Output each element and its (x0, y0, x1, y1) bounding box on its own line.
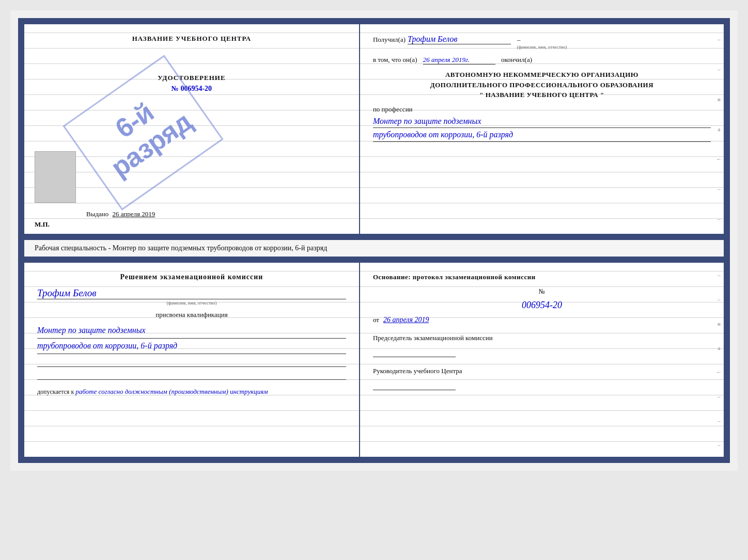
osnovanie-label: Основание: протокол экзаменационной коми… (373, 273, 711, 281)
predsedatel-label: Председатель экзаменационной комиссии (373, 333, 711, 343)
org-block: АВТОНОМНУЮ НЕКОММЕРЧЕСКУЮ ОРГАНИЗАЦИЮ ДО… (373, 70, 711, 100)
cert-bottom-right: Основание: протокол экзаменационной коми… (360, 263, 724, 457)
predsedatel-block: Председатель экзаменационной комиссии (373, 333, 711, 357)
ot-label: от (373, 316, 379, 324)
certificate-bottom: Решением экзаменационной комиссии Трофим… (18, 257, 730, 463)
udost-section: УДОСТОВЕРЕНИЕ № 006954-20 (37, 74, 346, 93)
vydano-line: Выдано 26 апреля 2019 (86, 210, 155, 218)
cert-right: Получил(а) Трофим Белов – (фамилия, имя,… (360, 24, 724, 234)
prisvoena-label: присвоена квалификация (37, 311, 346, 319)
date-value-top: 26 апреля 2019г. (423, 56, 495, 65)
rukovoditel-sign-line (373, 380, 456, 390)
qual-line2: трубопроводов от коррозии, 6-й разряд (37, 339, 346, 354)
org-line2: ДОПОЛНИТЕЛЬНОГО ПРОФЕССИОНАЛЬНОГО ОБРАЗО… (373, 80, 711, 90)
ot-date-block: от 26 апреля 2019 (373, 315, 711, 324)
udost-label: УДОСТОВЕРЕНИЕ (37, 74, 346, 82)
predsedatel-sign-line (373, 347, 456, 357)
qual-line1: Монтер по защите подземных (37, 323, 346, 339)
middle-text: Рабочая специальность - Монтер по защите… (18, 240, 730, 257)
protocol-number-block: № 006954-20 (373, 286, 711, 311)
recipient-name-top: Трофим Белов (408, 35, 511, 44)
org-line1: АВТОНОМНУЮ НЕКОММЕРЧЕСКУЮ ОРГАНИЗАЦИЮ (373, 70, 711, 80)
poluchil-label: Получил(а) (373, 36, 406, 43)
fio-hint-top: (фамилия, имя, отчество) (373, 44, 711, 50)
side-dashes-bottom: ––иа←––– (714, 263, 724, 457)
poluchil-row: Получил(а) Трофим Белов – (фамилия, имя,… (373, 35, 711, 50)
cert-bottom-left: Решением экзаменационной комиссии Трофим… (24, 263, 360, 457)
udost-number-value: 006954-20 (180, 85, 212, 92)
number-prefix: № (539, 287, 545, 295)
org-name-quoted: " НАЗВАНИЕ УЧЕБНОГО ЦЕНТРА " (373, 90, 711, 100)
profession-line1: Монтер по защите подземных (373, 115, 711, 129)
protocol-number: 006954-20 (373, 300, 711, 311)
top-left-title: НАЗВАНИЕ УЧЕБНОГО ЦЕНТРА (37, 35, 346, 43)
dopuskaetsya-block: допускается к работе согласно должностны… (37, 388, 346, 396)
vtom-row: в том, что он(а) 26 апреля 2019г. окончи… (373, 56, 711, 65)
okonchil-label: окончил(а) (501, 56, 532, 63)
profession-line2: трубопроводов от коррозии, 6-й разряд (373, 128, 711, 142)
page-container: НАЗВАНИЕ УЧЕБНОГО ЦЕНТРА 6-й разряд УДОС… (10, 10, 738, 471)
bottom-recipient-name: Трофим Белов (37, 287, 346, 299)
ot-date: 26 апреля 2019 (383, 316, 429, 324)
side-dashes-top: ––иа←–– (714, 24, 724, 234)
dopusk-text: работе согласно должностным (производств… (75, 388, 268, 395)
blank-line-2 (37, 370, 346, 380)
mp-label: М.П. (35, 220, 50, 229)
bottom-fio-hint: (фамилия, имя, отчество) (37, 300, 346, 306)
stamp-text: 6-й разряд (89, 83, 197, 183)
udost-number: № 006954-20 (37, 85, 346, 93)
vydano-date: 26 апреля 2019 (113, 210, 155, 218)
certificate-top: НАЗВАНИЕ УЧЕБНОГО ЦЕНТРА 6-й разряд УДОС… (18, 18, 730, 240)
rukovoditel-block: Руководитель учебного Центра (373, 366, 711, 390)
cert-left: НАЗВАНИЕ УЧЕБНОГО ЦЕНТРА 6-й разряд УДОС… (24, 24, 360, 234)
po-professii-label: по профессии (373, 105, 711, 114)
dash-top: – (517, 36, 521, 43)
middle-text-content: Рабочая специальность - Монтер по защите… (35, 244, 327, 252)
blank-line-1 (37, 357, 346, 367)
photo-placeholder (35, 151, 76, 203)
resheniem-title: Решением экзаменационной комиссии (37, 273, 346, 281)
rukovoditel-label: Руководитель учебного Центра (373, 366, 711, 376)
